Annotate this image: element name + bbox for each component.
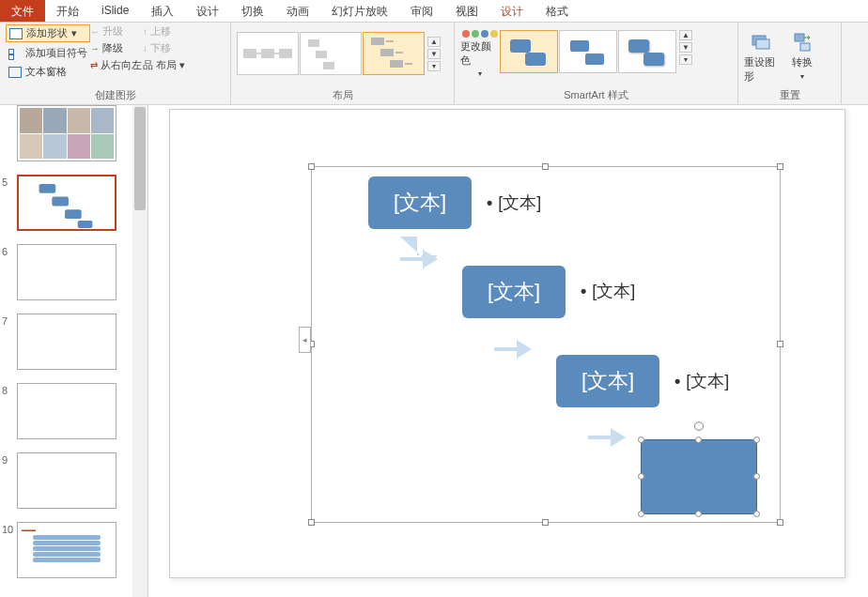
svg-rect-18 — [39, 184, 56, 193]
resize-handle[interactable] — [777, 519, 783, 526]
add-shape-button[interactable]: 添加形状 ▾ — [6, 24, 90, 42]
svg-rect-6 — [316, 51, 327, 58]
convert-label: 转换 — [792, 55, 813, 69]
slide: ◂ [文本] •[文本] [文本] •[文本] [文本] •[文本] — [169, 109, 845, 578]
ribbon-tabs: 文件 开始 iSlide 插入 设计 切换 动画 幻灯片放映 审阅 视图 设计 … — [0, 0, 868, 23]
resize-handle[interactable] — [695, 436, 702, 443]
scrollbar-thumb[interactable] — [134, 107, 146, 210]
add-bullet-button[interactable]: 添加项目符号 — [6, 45, 90, 61]
thumb-content — [21, 178, 113, 230]
slide-thumbnails-panel[interactable]: 5 6 7 8 9 10 — [0, 105, 148, 597]
slide-thumb-10[interactable]: ▬▬▬ — [17, 522, 116, 578]
tab-animations[interactable]: 动画 — [275, 0, 320, 22]
layout-icon: 品 — [143, 58, 153, 72]
promote-button[interactable]: ← 升级 — [90, 24, 143, 38]
resize-handle[interactable] — [308, 519, 315, 526]
dropdown-icon: ▾ — [71, 27, 77, 39]
resize-handle[interactable] — [753, 511, 760, 517]
layout-option-2[interactable] — [300, 32, 362, 75]
resize-handle[interactable] — [753, 473, 760, 480]
tab-format[interactable]: 格式 — [535, 0, 580, 22]
smartart-node-4-selected[interactable] — [641, 439, 757, 514]
promote-label: 升级 — [102, 24, 123, 38]
smartart-node-1[interactable]: [文本] — [368, 176, 472, 229]
style-up-icon[interactable]: ▲ — [679, 30, 692, 40]
smartart-bullet-2[interactable]: •[文本] — [581, 280, 635, 302]
tab-islide[interactable]: iSlide — [90, 0, 140, 22]
tab-transitions[interactable]: 切换 — [230, 0, 275, 22]
thumb-number: 10 — [2, 522, 17, 535]
tab-slideshow[interactable]: 幻灯片放映 — [320, 0, 399, 22]
style-more-icon[interactable]: ▾ — [679, 54, 692, 65]
rtl-button[interactable]: ⇄ 从右向左 — [90, 58, 143, 72]
demote-button[interactable]: → 降级 — [90, 41, 143, 55]
thumb-number: 8 — [2, 383, 17, 396]
resize-handle[interactable] — [695, 511, 702, 517]
demote-label: 降级 — [102, 41, 123, 55]
smartart-connector — [588, 415, 626, 452]
scrollbar[interactable] — [132, 105, 147, 597]
style-option-3[interactable] — [618, 30, 676, 73]
slide-thumb-7[interactable] — [17, 314, 116, 370]
style-option-1[interactable] — [500, 30, 558, 73]
gallery-down-icon[interactable]: ▼ — [427, 49, 441, 59]
dropdown-icon: ▾ — [478, 69, 482, 78]
reset-graphic-label: 重设图形 — [744, 55, 778, 84]
node-text: [文本] — [394, 189, 446, 217]
svg-rect-16 — [795, 34, 804, 41]
move-up-label: 上移 — [150, 24, 171, 38]
resize-handle[interactable] — [777, 341, 783, 347]
smartart-frame[interactable]: ◂ [文本] •[文本] [文本] •[文本] [文本] •[文本] — [311, 166, 781, 523]
slide-thumb-6[interactable] — [17, 244, 116, 300]
group-create-label: 创建图形 — [6, 86, 225, 104]
shape-icon — [9, 28, 23, 39]
style-gallery: ▲ ▼ ▾ — [500, 24, 692, 73]
smartart-node-2[interactable]: [文本] — [462, 266, 566, 318]
dropdown-icon: ▾ — [800, 72, 804, 81]
tab-file[interactable]: 文件 — [0, 0, 45, 22]
slide-thumb-9[interactable] — [17, 452, 116, 509]
tab-view[interactable]: 视图 — [444, 0, 489, 22]
resize-handle[interactable] — [638, 473, 644, 480]
svg-rect-12 — [390, 60, 403, 68]
resize-handle[interactable] — [753, 436, 760, 443]
move-down-button[interactable]: ↓ 下移 — [143, 41, 207, 55]
bullet-icon — [8, 48, 22, 59]
text-pane-toggle[interactable]: ◂ — [299, 327, 311, 353]
resize-handle[interactable] — [777, 163, 783, 170]
tab-design[interactable]: 设计 — [185, 0, 230, 22]
smartart-node-3[interactable]: [文本] — [556, 355, 659, 407]
resize-handle[interactable] — [542, 519, 549, 526]
reset-graphic-button[interactable]: 重设图形 — [744, 30, 778, 84]
change-colors-label: 更改颜色 — [460, 39, 500, 68]
resize-handle[interactable] — [638, 511, 644, 517]
layout-option-3[interactable] — [363, 32, 425, 75]
gallery-up-icon[interactable]: ▲ — [427, 37, 441, 47]
tab-home[interactable]: 开始 — [45, 0, 90, 22]
style-option-2[interactable] — [559, 30, 617, 73]
thumb-content — [20, 108, 114, 159]
resize-handle[interactable] — [308, 163, 315, 170]
resize-handle[interactable] — [542, 163, 549, 170]
convert-button[interactable]: 转换 ▾ — [785, 30, 819, 84]
layout-button[interactable]: 品 布局 ▾ — [143, 58, 207, 72]
slide-thumb-5[interactable] — [17, 175, 116, 231]
arrow-right-icon: → — [90, 43, 100, 54]
smartart-bullet-1[interactable]: •[文本] — [487, 191, 541, 214]
smartart-bullet-3[interactable]: •[文本] — [674, 370, 729, 392]
style-down-icon[interactable]: ▼ — [679, 42, 692, 53]
slide-thumb-8[interactable] — [17, 383, 116, 439]
tab-insert[interactable]: 插入 — [140, 0, 185, 22]
node-text: [文本] — [488, 278, 540, 306]
move-up-button[interactable]: ↑ 上移 — [143, 24, 207, 38]
tab-review[interactable]: 审阅 — [399, 0, 444, 22]
layout-option-1[interactable] — [237, 32, 299, 75]
text-pane-button[interactable]: 文本窗格 — [6, 64, 90, 80]
tab-smartart-design[interactable]: 设计 — [489, 0, 535, 22]
gallery-more-icon[interactable]: ▾ — [427, 61, 441, 71]
slide-thumb-4[interactable] — [17, 105, 116, 161]
rotate-handle[interactable] — [694, 421, 704, 431]
slide-canvas[interactable]: ◂ [文本] •[文本] [文本] •[文本] [文本] •[文本] — [148, 105, 868, 597]
change-colors-button[interactable]: 更改颜色 ▾ — [460, 24, 500, 78]
resize-handle[interactable] — [638, 436, 644, 443]
